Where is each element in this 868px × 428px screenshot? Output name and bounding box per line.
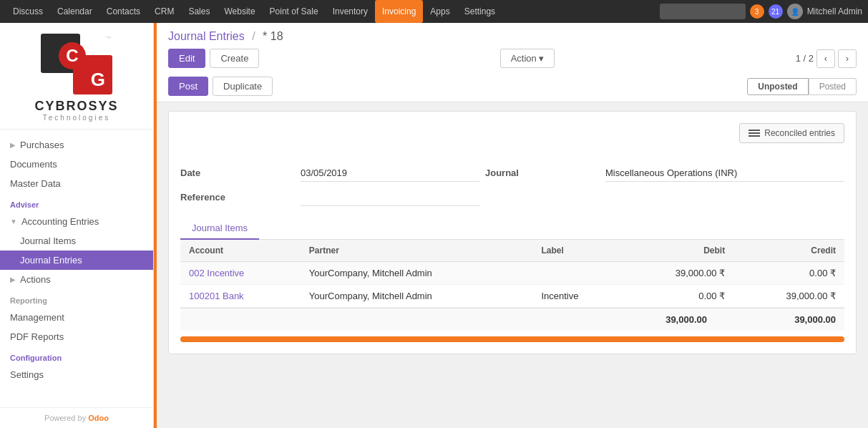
- sidebar-section-reporting: Reporting: [0, 289, 153, 308]
- brand-sub: Technologies: [43, 114, 110, 122]
- total-credit: 39,000.00: [764, 314, 836, 325]
- sidebar-item-actions[interactable]: ▶ Actions: [0, 270, 153, 289]
- posted-status-button[interactable]: Posted: [809, 78, 857, 95]
- breadcrumb-parent[interactable]: Journal Entries: [168, 30, 245, 42]
- total-debit: 39,000.00: [635, 314, 707, 325]
- cell-credit: 39,000.00 ₹: [733, 285, 844, 308]
- sidebar-item-label: Documents: [10, 159, 57, 170]
- sidebar-item-journal-entries[interactable]: Journal Entries: [0, 251, 153, 270]
- cell-account[interactable]: 100201 Bank: [180, 285, 301, 308]
- sidebar-logo: C G ™ CYBROSYS Technologies: [0, 23, 153, 130]
- sidebar-item-documents[interactable]: Documents: [0, 155, 153, 174]
- journal-value[interactable]: Miscellaneous Operations (INR): [605, 165, 844, 182]
- nav-contacts[interactable]: Contacts: [99, 0, 147, 23]
- cell-debit: 0.00 ₹: [623, 285, 733, 308]
- prev-page-button[interactable]: ‹: [816, 49, 835, 68]
- cell-debit: 39,000.00 ₹: [623, 262, 733, 285]
- scroll-indicator[interactable]: [180, 336, 844, 342]
- sidebar-item-label: Settings: [10, 369, 44, 380]
- sidebar-item-settings[interactable]: Settings: [0, 365, 153, 384]
- table-row[interactable]: 002 Incentive YourCompany, Mitchell Admi…: [180, 262, 844, 285]
- chevron-right-icon: ▶: [10, 276, 16, 283]
- create-button[interactable]: Create: [210, 49, 259, 68]
- status-buttons: Unposted Posted: [747, 78, 857, 95]
- col-partner: Partner: [301, 240, 533, 262]
- nav-settings[interactable]: Settings: [457, 0, 502, 23]
- primary-toolbar: Edit Create Action ▾ 1 / 2 ‹ ›: [168, 49, 857, 74]
- reconciled-entries-button[interactable]: Reconciled entries: [739, 123, 844, 143]
- cell-partner: YourCompany, Mitchell Admin: [301, 262, 533, 285]
- logo-g-letter: G: [91, 69, 105, 91]
- sidebar-item-label: Journal Entries: [20, 255, 82, 266]
- global-search-input[interactable]: [660, 4, 746, 19]
- user-name: Mitchell Admin: [807, 6, 862, 16]
- journal-items-table: Account Partner Label Debit Credit 002 I…: [180, 240, 844, 308]
- main-content: Journal Entries / * 18 Edit Create Actio…: [157, 23, 868, 428]
- notification-badge-blue[interactable]: 21: [769, 4, 783, 19]
- pagination-text: 1 / 2: [796, 53, 814, 64]
- reconciled-label: Reconciled entries: [764, 128, 835, 138]
- sidebar-item-management[interactable]: Management: [0, 308, 153, 327]
- col-debit: Debit: [623, 240, 733, 262]
- content-header: Journal Entries / * 18 Edit Create Actio…: [157, 23, 868, 102]
- next-page-button[interactable]: ›: [838, 49, 857, 68]
- breadcrumb-current: * 18: [263, 30, 283, 42]
- main-layout: C G ™ CYBROSYS Technologies ▶ Purchases …: [0, 23, 868, 428]
- date-value[interactable]: 03/05/2019: [301, 165, 479, 182]
- nav-discuss[interactable]: Discuss: [6, 0, 50, 23]
- duplicate-button[interactable]: Duplicate: [213, 77, 273, 96]
- pagination: 1 / 2 ‹ ›: [796, 49, 857, 68]
- logo-trademark: ™: [105, 35, 111, 42]
- logo-c-letter: C: [59, 42, 86, 69]
- chevron-down-icon: ▼: [10, 218, 17, 225]
- edit-button[interactable]: Edit: [168, 49, 205, 68]
- sidebar-item-pdf-reports[interactable]: PDF Reports: [0, 327, 153, 346]
- sidebar-item-label: Accounting Entries: [21, 216, 99, 227]
- breadcrumb: Journal Entries / * 18: [168, 30, 857, 43]
- nav-website[interactable]: Website: [217, 0, 262, 23]
- col-account: Account: [180, 240, 301, 262]
- chevron-right-icon: ▶: [10, 141, 16, 149]
- brand-name: CYBROSYS: [34, 99, 118, 114]
- sidebar-section-configuration: Configuration: [0, 346, 153, 365]
- col-credit: Credit: [733, 240, 844, 262]
- nav-calendar[interactable]: Calendar: [50, 0, 99, 23]
- list-icon: [748, 130, 760, 137]
- form-fields: Date 03/05/2019 Journal Miscellaneous Op…: [180, 165, 844, 206]
- secondary-toolbar: Post Duplicate Unposted Posted: [168, 74, 857, 102]
- odoo-brand: Odoo: [88, 414, 109, 422]
- cell-partner: YourCompany, Mitchell Admin: [301, 285, 533, 308]
- tab-journal-items[interactable]: Journal Items: [180, 218, 259, 240]
- sidebar-item-master-data[interactable]: Master Data: [0, 174, 153, 193]
- nav-inventory[interactable]: Inventory: [326, 0, 375, 23]
- nav-crm[interactable]: CRM: [147, 0, 181, 23]
- sidebar-item-purchases[interactable]: ▶ Purchases: [0, 135, 153, 155]
- nav-point-of-sale[interactable]: Point of Sale: [263, 0, 326, 23]
- dropdown-arrow-icon: ▾: [539, 53, 544, 64]
- date-label: Date: [180, 165, 295, 182]
- cell-label: Incentive: [532, 285, 623, 308]
- nav-apps[interactable]: Apps: [423, 0, 457, 23]
- sidebar-item-journal-items[interactable]: Journal Items: [0, 231, 153, 251]
- user-avatar[interactable]: 👤: [787, 4, 803, 19]
- sidebar-item-label: Management: [10, 312, 64, 323]
- cell-account[interactable]: 002 Incentive: [180, 262, 301, 285]
- journal-entry-form: Reconciled entries Date 03/05/2019 Journ…: [168, 111, 857, 354]
- breadcrumb-separator: /: [252, 30, 255, 42]
- cell-label: [532, 262, 623, 285]
- sidebar-item-label: Master Data: [10, 178, 61, 189]
- table-row[interactable]: 100201 Bank YourCompany, Mitchell Admin …: [180, 285, 844, 308]
- notification-badge-orange[interactable]: 3: [750, 4, 764, 19]
- nav-invoicing[interactable]: Invoicing: [375, 0, 423, 23]
- sidebar-menu: ▶ Purchases Documents Master Data Advise…: [0, 130, 153, 407]
- action-button[interactable]: Action ▾: [500, 49, 555, 68]
- nav-sales[interactable]: Sales: [181, 0, 217, 23]
- reference-value[interactable]: [301, 189, 479, 206]
- unposted-status-button[interactable]: Unposted: [747, 78, 808, 95]
- post-button[interactable]: Post: [168, 77, 208, 96]
- col-label: Label: [532, 240, 623, 262]
- sidebar-item-accounting-entries[interactable]: ▼ Accounting Entries: [0, 212, 153, 231]
- action-label: Action: [511, 53, 537, 64]
- sidebar-item-label: Actions: [20, 274, 51, 285]
- sidebar-item-label: Journal Items: [20, 235, 76, 246]
